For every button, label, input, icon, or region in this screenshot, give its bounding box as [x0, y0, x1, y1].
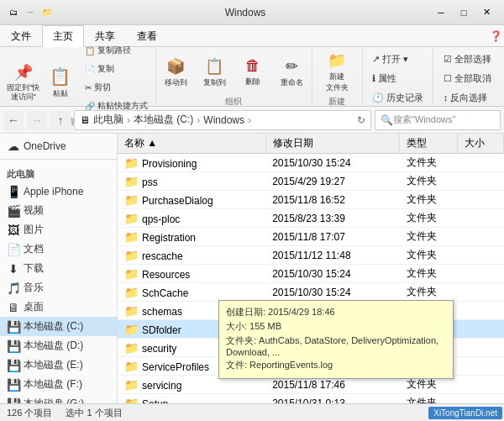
- file-area: 名称 ▲ 修改日期 类型 大小 📁Provisioning 2015/10/30…: [118, 134, 504, 403]
- ribbon-group-select: ☑ 全部选择 ☐ 全部取消 ↕ 反向选择 选择: [433, 49, 501, 104]
- table-header-row: 名称 ▲ 修改日期 类型 大小: [118, 134, 504, 154]
- folder-icon: 📁: [124, 212, 139, 225]
- ribbon-group-clipboard: 📌 固定到"快速访问" 📋 粘贴 📋 复制路径 📄 复制: [3, 49, 156, 104]
- table-row[interactable]: 📁PurchaseDialog 2015/11/8 16:52 文件夹: [118, 191, 504, 209]
- new-folder-icon: 📁: [328, 51, 346, 70]
- tooltip-line-1: 创建日期: 2015/4/29 18:46: [226, 306, 446, 318]
- address-bar[interactable]: 🖥 此电脑 › 本地磁盘 (C:) › Windows › ↻: [74, 110, 371, 130]
- up-button[interactable]: ↑: [50, 110, 71, 130]
- sidebar-item-downloads[interactable]: ⬇ 下载: [0, 259, 117, 278]
- refresh-button[interactable]: ↻: [357, 114, 365, 126]
- properties-icon: ℹ: [372, 73, 375, 84]
- item-count: 126 个项目: [7, 407, 52, 419]
- rename-button[interactable]: ✏ 重命名: [273, 50, 310, 94]
- window-controls: ─ □ ✕: [430, 4, 497, 21]
- table-row[interactable]: 📁Resources 2015/10/30 15:24 文件夹: [118, 265, 504, 283]
- address-segment-computer[interactable]: 此电脑: [93, 113, 123, 127]
- desktop-icon: 🖥: [7, 301, 20, 314]
- select-all-button[interactable]: ☑ 全部选择: [438, 50, 497, 68]
- sidebar-item-drive-g[interactable]: 💾 本地磁盘 (G:): [0, 394, 117, 403]
- tab-file[interactable]: 文件: [0, 25, 42, 47]
- title-bar: 🗂 ─ 📁 Windows ─ □ ✕: [0, 0, 504, 25]
- sidebar-item-drive-c[interactable]: 💾 本地磁盘 (C:): [0, 317, 117, 336]
- folder-icon: 📁: [124, 156, 139, 170]
- cell-size: [458, 154, 504, 172]
- video-icon: 🎬: [7, 204, 20, 218]
- sidebar-item-drive-e[interactable]: 💾 本地磁盘 (E:): [0, 355, 117, 375]
- sidebar-item-drive-d[interactable]: 💾 本地磁盘 (D:): [0, 336, 117, 355]
- cell-type: 文件夹: [400, 283, 458, 302]
- forward-button[interactable]: →: [27, 110, 47, 130]
- table-row[interactable]: 📁pss 2015/4/29 19:27 文件夹: [118, 172, 504, 191]
- folder-icon: 📁: [124, 360, 139, 373]
- paste-button[interactable]: 📋 粘贴: [44, 61, 77, 104]
- organize-buttons: 📦 移动到 📋 复制到 🗑 删除 ✏ 重命名: [157, 50, 310, 94]
- sidebar-label-desktop: 桌面: [24, 300, 44, 314]
- nav-bar: ← → ↑ 🖥 此电脑 › 本地磁盘 (C:) › Windows › ↻ 🔍 …: [0, 107, 504, 134]
- table-row[interactable]: 📁rescache 2015/11/12 11:48 文件夹: [118, 246, 504, 265]
- close-button[interactable]: ✕: [475, 4, 497, 21]
- sidebar-label-drive-e: 本地磁盘 (E:): [24, 358, 83, 372]
- app-icon: 🗂: [7, 6, 20, 19]
- cell-size: [458, 339, 504, 357]
- copy-button[interactable]: 📄 复制: [79, 61, 154, 77]
- sidebar-item-iphone[interactable]: 📱 Apple iPhone: [0, 182, 117, 201]
- table-row[interactable]: 📁Setup 2015/10/31 0:13 文件夹: [118, 394, 504, 404]
- column-header-name[interactable]: 名称 ▲: [118, 134, 265, 154]
- cell-date: 2015/8/23 13:39: [265, 209, 400, 228]
- column-header-type[interactable]: 类型: [400, 134, 458, 154]
- table-row[interactable]: 📁Provisioning 2015/10/30 15:24 文件夹: [118, 154, 504, 172]
- cell-size: [458, 172, 504, 191]
- sidebar-item-onedrive[interactable]: ☁ OneDrive: [0, 137, 117, 155]
- move-to-button[interactable]: 📦 移动到: [157, 50, 194, 94]
- sidebar-item-drive-f[interactable]: 💾 本地磁盘 (F:): [0, 375, 117, 394]
- cell-name: 📁Registration: [118, 228, 265, 246]
- cell-type: 文件夹: [400, 191, 458, 209]
- search-bar[interactable]: 🔍 搜索"Windows": [375, 110, 501, 130]
- back-button[interactable]: ←: [3, 110, 24, 130]
- address-segment-folder[interactable]: Windows: [203, 114, 244, 126]
- folder-icon: 📁: [124, 193, 139, 207]
- address-computer-icon: 🖥: [80, 114, 90, 126]
- open-buttons: ↗ 打开 ▾ ℹ 属性 🕐 历史记录: [366, 50, 429, 107]
- ribbon-help-button[interactable]: ❓: [487, 25, 504, 46]
- table-row[interactable]: 📁Registration 2015/11/8 17:07 文件夹: [118, 228, 504, 246]
- cell-size: [458, 283, 504, 302]
- copy-to-button[interactable]: 📋 复制到: [196, 50, 233, 94]
- new-folder-button[interactable]: 📁 新建文件夹: [318, 50, 355, 94]
- tooltip-line-3: 文件夹: AuthCabs, DataStore, DeliveryOptimi…: [226, 334, 446, 357]
- properties-button[interactable]: ℹ 属性: [366, 70, 402, 87]
- invert-select-button[interactable]: ↕ 反向选择: [438, 89, 494, 107]
- sidebar-item-documents[interactable]: 📄 文档: [0, 239, 117, 259]
- window-title: Windows: [60, 7, 430, 18]
- sidebar-label-music: 音乐: [24, 281, 44, 295]
- open-button[interactable]: ↗ 打开 ▾: [366, 50, 414, 68]
- sidebar-item-desktop[interactable]: 🖥 桌面: [0, 297, 117, 317]
- history-button[interactable]: 🕐 历史记录: [366, 89, 429, 107]
- tab-home[interactable]: 主页: [42, 25, 84, 47]
- ribbon-group-open: ↗ 打开 ▾ ℹ 属性 🕐 历史记录 打开: [363, 49, 433, 104]
- cut-button[interactable]: ✂ 剪切: [79, 79, 154, 96]
- column-header-size[interactable]: 大小: [458, 134, 504, 154]
- maximize-button[interactable]: □: [453, 4, 475, 21]
- delete-button[interactable]: 🗑 删除: [234, 50, 271, 94]
- table-row[interactable]: 📁SchCache 2015/10/30 15:24 文件夹: [118, 283, 504, 302]
- folder-icon: 📁: [124, 378, 139, 392]
- minimize-button[interactable]: ─: [430, 4, 452, 21]
- sidebar-item-pictures[interactable]: 🖼 图片: [0, 220, 117, 239]
- watermark: XiTongTianDi.net: [428, 407, 502, 419]
- sidebar-item-video[interactable]: 🎬 视频: [0, 201, 117, 220]
- cell-name: 📁PurchaseDialog: [118, 191, 265, 209]
- drive-e-icon: 💾: [7, 359, 20, 372]
- address-segment-drive[interactable]: 本地磁盘 (C:): [134, 113, 193, 127]
- copy-path-button[interactable]: 📋 复制路径: [79, 42, 154, 59]
- cell-date: 2015/11/8 17:07: [265, 228, 400, 246]
- sidebar-item-music[interactable]: 🎵 音乐: [0, 278, 117, 297]
- table-row[interactable]: 📁qps-ploc 2015/8/23 13:39 文件夹: [118, 209, 504, 228]
- column-header-date[interactable]: 修改日期: [265, 134, 400, 154]
- cell-date: 2015/4/29 19:27: [265, 172, 400, 191]
- sidebar-label-drive-f: 本地磁盘 (F:): [24, 377, 82, 392]
- pin-button[interactable]: 📌 固定到"快速访问": [5, 61, 42, 104]
- select-none-button[interactable]: ☐ 全部取消: [438, 70, 497, 87]
- tooltip-line-2: 大小: 155 MB: [226, 320, 446, 333]
